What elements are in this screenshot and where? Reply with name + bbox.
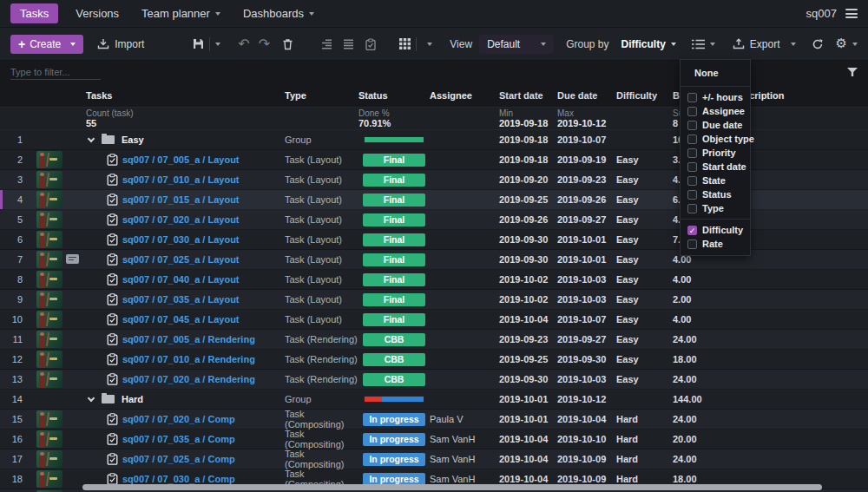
task-thumbnail[interactable] xyxy=(36,231,62,248)
task-link[interactable]: sq007 / 07_025_a / Layout xyxy=(122,254,240,265)
menu-item-difficulty[interactable]: ✓Difficulty xyxy=(681,223,750,237)
task-link[interactable]: sq007 / 07_045_a / Layout xyxy=(122,314,240,325)
checkbox-icon[interactable] xyxy=(687,121,697,130)
grid-options-chevron-icon[interactable] xyxy=(427,43,432,46)
task-thumbnail[interactable] xyxy=(36,470,62,488)
filter-funnel-icon[interactable] xyxy=(847,68,858,76)
task-link[interactable]: sq007 / 07_035_a / Layout xyxy=(122,294,240,305)
table-row[interactable]: 15 sq007 / 07_020_a / Comp Task (Composi… xyxy=(0,410,868,430)
table-row[interactable]: 8 sq007 / 07_040_a / Layout Task (Layout… xyxy=(0,270,868,290)
menu-item-hours[interactable]: +/- hours xyxy=(681,90,750,104)
checkbox-checked-icon[interactable]: ✓ xyxy=(687,226,697,235)
task-link[interactable]: sq007 / 07_020_a / Comp xyxy=(122,414,235,424)
task-thumbnail[interactable] xyxy=(36,251,62,268)
task-thumbnail[interactable] xyxy=(36,151,62,168)
table-row[interactable]: 12 sq007 / 07_010_a / Rendering Task (Re… xyxy=(0,350,868,370)
column-header-start-date[interactable]: Start date xyxy=(499,90,557,101)
task-link[interactable]: sq007 / 07_040_a / Layout xyxy=(122,274,240,285)
checkbox-icon[interactable] xyxy=(687,190,697,200)
redo-icon[interactable]: ↷ xyxy=(259,37,270,51)
task-link[interactable]: sq007 / 07_020_a / Layout xyxy=(122,214,240,225)
menu-item-status[interactable]: Status xyxy=(681,187,750,201)
task-thumbnail[interactable] xyxy=(36,450,62,468)
create-button[interactable]: + Create xyxy=(10,35,83,54)
table-row[interactable]: 10 sq007 / 07_045_a / Layout Task (Layou… xyxy=(0,310,868,330)
collapse-caret-icon[interactable] xyxy=(88,394,95,401)
task-link[interactable]: sq007 / 07_005_a / Rendering xyxy=(122,334,255,344)
task-thumbnail[interactable] xyxy=(36,410,62,428)
task-thumbnail[interactable] xyxy=(36,430,62,448)
justify-lines-icon[interactable] xyxy=(343,38,354,49)
column-header-difficulty[interactable]: Difficulty xyxy=(616,90,673,101)
menu-item-state[interactable]: State xyxy=(681,174,750,187)
task-thumbnail[interactable] xyxy=(36,331,62,348)
grid-view-icon[interactable] xyxy=(399,38,411,49)
clipboard-check-icon[interactable] xyxy=(365,38,377,50)
menu-item-object-type[interactable]: Object type xyxy=(681,132,750,146)
checkbox-icon[interactable] xyxy=(687,134,697,144)
checkbox-icon[interactable] xyxy=(687,148,697,158)
checkbox-icon[interactable] xyxy=(687,93,697,102)
undo-icon[interactable]: ↶ xyxy=(238,37,249,51)
table-row[interactable]: 13 sq007 / 07_020_a / Rendering Task (Re… xyxy=(0,370,868,390)
column-header-due-date[interactable]: Due date xyxy=(557,90,616,101)
task-thumbnail[interactable] xyxy=(36,291,62,308)
list-options-icon[interactable] xyxy=(692,39,705,49)
list-options-chevron-icon[interactable] xyxy=(710,43,715,46)
task-link[interactable]: sq007 / 07_025_a / Comp xyxy=(122,454,235,464)
collapse-caret-icon[interactable] xyxy=(88,134,95,141)
checkbox-icon[interactable] xyxy=(687,239,697,249)
table-row[interactable]: 14 Hard Group 2019-10-01 2019-10-12 144.… xyxy=(0,390,868,410)
column-header-type[interactable]: Type xyxy=(285,90,358,101)
import-button[interactable]: Import xyxy=(97,38,144,50)
task-link[interactable]: sq007 / 07_020_a / Rendering xyxy=(122,374,255,384)
task-thumbnail[interactable] xyxy=(36,371,62,388)
indent-icon[interactable] xyxy=(321,38,332,49)
task-thumbnail[interactable] xyxy=(36,311,62,328)
horizontal-scrollbar[interactable] xyxy=(82,484,822,490)
menu-item-none[interactable]: None xyxy=(681,63,750,82)
task-link[interactable]: sq007 / 07_015_a / Layout xyxy=(122,194,240,205)
task-link[interactable]: sq007 / 07_030_a / Layout xyxy=(122,234,240,245)
menu-item-type[interactable]: Type xyxy=(681,201,750,215)
menu-item-start-date[interactable]: Start date xyxy=(681,160,750,174)
menu-item-priority[interactable]: Priority xyxy=(681,146,750,160)
filter-input[interactable] xyxy=(10,64,101,80)
delete-trash-icon[interactable] xyxy=(282,38,293,50)
table-row[interactable]: 16 sq007 / 07_035_a / Comp Task (Composi… xyxy=(0,430,868,449)
nav-tab-dashboards[interactable]: Dashboards xyxy=(243,7,314,20)
gear-settings-icon[interactable]: ⚙ xyxy=(836,37,847,50)
checkbox-icon[interactable] xyxy=(687,107,697,116)
task-thumbnail[interactable] xyxy=(36,271,62,288)
column-header-description[interactable]: Description xyxy=(732,90,868,101)
nav-tab-versions[interactable]: Versions xyxy=(76,7,119,20)
group-by-button[interactable]: Difficulty xyxy=(616,36,681,53)
nav-tab-tasks[interactable]: Tasks xyxy=(10,3,58,23)
table-row[interactable]: 17 sq007 / 07_025_a / Comp Task (Composi… xyxy=(0,449,868,469)
hamburger-menu-icon[interactable] xyxy=(845,7,858,21)
task-thumbnail[interactable] xyxy=(36,351,62,368)
task-link[interactable]: sq007 / 07_010_a / Rendering xyxy=(122,354,255,364)
settings-chevron-icon[interactable] xyxy=(852,43,858,46)
menu-item-assignee[interactable]: Assignee xyxy=(681,104,750,118)
task-link[interactable]: sq007 / 07_010_a / Layout xyxy=(122,174,240,185)
save-options-chevron-icon[interactable] xyxy=(215,43,220,46)
checkbox-icon[interactable] xyxy=(687,204,697,213)
table-row[interactable]: 9 sq007 / 07_035_a / Layout Task (Layout… xyxy=(0,290,868,310)
task-link[interactable]: sq007 / 07_030_a / Comp xyxy=(122,474,235,484)
task-thumbnail[interactable] xyxy=(36,191,62,208)
view-select[interactable]: Default xyxy=(479,35,554,54)
refresh-icon[interactable] xyxy=(812,38,824,50)
menu-item-rate[interactable]: Rate xyxy=(681,237,750,251)
task-thumbnail[interactable] xyxy=(36,211,62,228)
task-thumbnail[interactable] xyxy=(36,171,62,188)
checkbox-icon[interactable] xyxy=(687,162,697,172)
column-header-tasks[interactable]: Tasks xyxy=(83,90,285,101)
export-button[interactable]: Export xyxy=(733,38,796,50)
task-link[interactable]: sq007 / 07_005_a / Layout xyxy=(122,154,240,165)
task-link[interactable]: sq007 / 07_035_a / Comp xyxy=(122,434,235,444)
column-header-status[interactable]: Status xyxy=(358,90,430,101)
column-header-assignee[interactable]: Assignee xyxy=(430,90,499,101)
menu-item-due-date[interactable]: Due date xyxy=(681,118,750,132)
nav-tab-team-planner[interactable]: Team planner xyxy=(141,7,220,20)
